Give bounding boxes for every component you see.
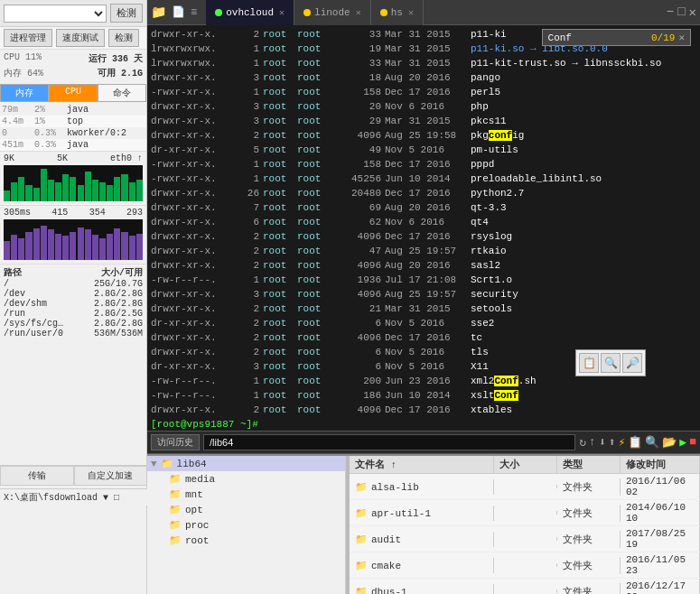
tab-close-hs[interactable]: ✕ [408, 7, 414, 18]
tree-item[interactable]: 📁 root [147, 533, 345, 548]
speed-test-btn[interactable]: 速度测试 [56, 29, 105, 47]
perms: drwxr-xr-x. [151, 258, 241, 273]
file-date: Aug 20 2016 [385, 200, 471, 215]
file-date: Aug 25 19:57 [385, 244, 471, 258]
owner2: root [297, 374, 331, 388]
close-icon[interactable]: ✕ [689, 5, 696, 20]
owner2: root [297, 388, 331, 403]
file-size: 4096 [331, 128, 381, 143]
search-input[interactable] [575, 32, 648, 43]
folder-open-icon[interactable]: 📂 [662, 435, 677, 450]
filename: qt4 [471, 215, 489, 229]
tab-close-linode[interactable]: ✕ [356, 7, 361, 18]
search-close-icon[interactable]: ✕ [678, 32, 685, 43]
file-row[interactable]: 📁alsa-lib 文件夹 2016/11/06 02 [350, 474, 700, 500]
tree-item-label: root [185, 535, 209, 546]
terminal[interactable]: Conf 0/19 ✕ drwxr-xr-x. 2 root root 33 M… [147, 25, 700, 431]
owner2: root [297, 42, 331, 56]
tree-item[interactable]: 📁 proc [147, 517, 345, 533]
term-line: -rwxr-xr-x. 1 root root 158 Dec 17 2016 … [147, 85, 700, 99]
perms: drwxr-xr-x. [151, 186, 241, 200]
detect-btn2[interactable]: 检测 [108, 29, 139, 47]
folder-icon[interactable]: 📁 [151, 5, 166, 20]
filename: security [471, 287, 518, 302]
play-icon[interactable]: ▶ [679, 435, 686, 450]
file-row[interactable]: 📁apr-util-1 文件夹 2014/06/10 10 [350, 500, 700, 526]
server-dropdown[interactable] [4, 5, 107, 23]
tab-linode[interactable]: linode ✕ [294, 0, 371, 25]
search-count: 0/19 [651, 32, 675, 43]
file-size: 6 [331, 359, 381, 374]
tab-dot-linode [303, 9, 311, 16]
tree-item-label: mnt [185, 489, 203, 500]
owner2: root [297, 143, 331, 157]
menu-icon[interactable]: ≡ [191, 6, 197, 19]
cpu-tab[interactable]: CPU [49, 84, 98, 102]
tree-item[interactable]: 📁 opt [147, 502, 345, 517]
route-size: 25G/10.7G [94, 279, 143, 289]
path-input[interactable] [203, 434, 575, 450]
owner1: root [263, 403, 297, 417]
search-icon2[interactable]: 🔍 [645, 435, 659, 450]
fs-path[interactable]: X:\桌面\fsdownload ▼ □ [0, 488, 147, 506]
perms: drwxr-xr-x. [151, 330, 241, 345]
minimize-icon[interactable]: − [667, 5, 674, 20]
latency-bar [114, 228, 120, 260]
file-icon[interactable]: 📄 [172, 5, 185, 19]
col-type[interactable]: 类型 [557, 456, 621, 473]
upload-icon[interactable]: ⬆ [609, 435, 616, 450]
transfer-btn[interactable]: 传输 [0, 466, 74, 486]
tab-hs[interactable]: hs ✕ [371, 0, 424, 25]
maximize-icon[interactable]: □ [677, 5, 685, 20]
col-name[interactable]: 文件名 ↑ [350, 456, 494, 473]
perms: drwxr-xr-x. [151, 27, 241, 42]
file-row[interactable]: 📁audit 文件夹 2017/08/25 19 [350, 526, 700, 552]
tab-ovhcloud[interactable]: ovhcloud ✕ [206, 0, 294, 25]
route-path: /dev/shm [4, 299, 47, 309]
latency-bar [18, 238, 24, 261]
up-icon[interactable]: ↑ [589, 435, 596, 450]
graph-bar [78, 185, 84, 201]
owner1: root [263, 27, 297, 42]
term-line: drwxr-xr-x. 7 root root 69 Aug 20 2016 q… [147, 200, 700, 215]
tree-item[interactable]: 📁 media [147, 471, 345, 487]
file-row[interactable]: 📁cmake 文件夹 2016/11/05 23 [350, 552, 700, 579]
file-date: Mar 31 2015 [385, 56, 471, 70]
refresh-icon[interactable]: ↻ [579, 435, 586, 450]
tree-item[interactable]: ▼ 📁 lib64 [147, 456, 345, 471]
tab-label-hs: hs [391, 7, 403, 18]
owner1: root [263, 302, 297, 316]
filename: tls [471, 345, 489, 359]
perms: drwxr-xr-x. [151, 99, 241, 114]
lightning-icon[interactable]: ⚡ [619, 435, 626, 450]
latency-bar [121, 232, 127, 261]
file-row[interactable]: 📁dbus-1 文件夹 2016/12/17 00 [350, 579, 700, 594]
file-size: 6 [331, 345, 381, 359]
mem-tab[interactable]: 内存 [0, 84, 49, 102]
route-row: /run2.8G/2.5G [4, 309, 143, 319]
tab-close-ovhcloud[interactable]: ✕ [279, 7, 285, 18]
col-size[interactable]: 大小 [494, 456, 557, 473]
custom-accel-btn[interactable]: 自定义加速 [74, 466, 148, 486]
graph-bar [70, 177, 76, 201]
cmd-tab[interactable]: 命令 [98, 84, 146, 102]
col-modified[interactable]: 修改时间 [621, 456, 700, 473]
term-line: drwxr-xr-x. 3 root root 29 Mar 31 2015 p… [147, 114, 700, 128]
folder-icon-tree: 📁 [169, 519, 182, 531]
ctx-search-icon[interactable]: 🔍 [601, 353, 621, 373]
stop-icon[interactable]: ■ [689, 435, 696, 450]
detect-button[interactable]: 检测 [110, 4, 143, 23]
ctx-zoom-icon[interactable]: 🔎 [622, 353, 642, 373]
owner1: root [263, 85, 297, 99]
latency-bar [41, 226, 47, 261]
ctx-copy-icon[interactable]: 📋 [579, 353, 599, 373]
route-size: 2.8G/2.8G [94, 289, 143, 299]
download-icon[interactable]: ⬇ [599, 435, 606, 450]
mem-label: 内存 64% [4, 67, 43, 79]
highlight-conf: Conf [494, 376, 518, 386]
history-btn[interactable]: 访问历史 [151, 434, 200, 450]
process-mgmt-btn[interactable]: 进程管理 [4, 29, 52, 47]
prompt-line: [root@vps91887 ~]# [147, 417, 700, 431]
tree-item[interactable]: 📁 mnt [147, 487, 345, 502]
copy-icon[interactable]: 📋 [628, 435, 642, 450]
